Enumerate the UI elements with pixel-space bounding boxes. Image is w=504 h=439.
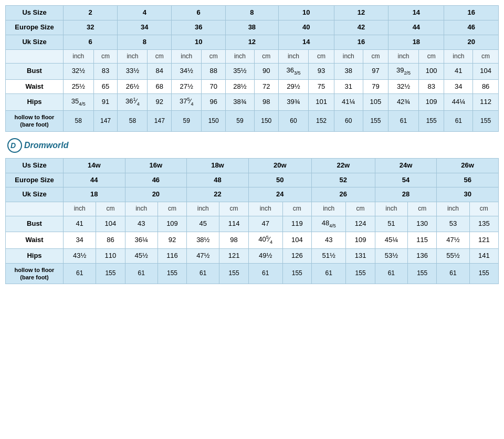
hips-2-cm: 92	[148, 94, 172, 111]
hips-label: Hips	[6, 94, 64, 111]
bust-7-inch: 392/5	[388, 64, 419, 79]
size-chart-standard: Us Size 2 4 6 8 10 12 14 16 Europe Size …	[5, 5, 499, 132]
t2-hollow-3-cm: 155	[219, 263, 248, 284]
t2-hips-4-cm: 126	[282, 248, 311, 263]
us-size-2: 2	[64, 6, 118, 20]
t2-bust-7-cm: 135	[469, 216, 498, 232]
europe-size-36: 36	[172, 20, 226, 35]
hollow-5-cm: 152	[309, 111, 334, 132]
t2-waist-4-inch: 405⁄4	[248, 232, 282, 249]
unit-inch-4: inch	[226, 49, 255, 64]
logo-area: D Dromworld	[7, 138, 499, 153]
t2-hollow-5-inch: 61	[311, 263, 345, 284]
t2-hips-3-cm: 121	[219, 248, 248, 263]
europe-size-32: 32	[64, 20, 118, 35]
bust-5-inch: 363/5	[278, 64, 309, 79]
t2-uk-size-row: Uk Size 18 20 22 24 26 28 30	[6, 187, 499, 202]
t2-waist-7-cm: 121	[469, 232, 498, 249]
t2-unit-cm-2: cm	[158, 202, 186, 216]
hips-1-cm: 91	[93, 94, 118, 111]
t2-europe-52: 52	[311, 173, 375, 187]
bust-2-cm: 84	[148, 64, 172, 79]
hollow-3-cm: 150	[202, 111, 226, 132]
waist-7-inch: 32½	[388, 79, 419, 94]
t2-waist-3-cm: 98	[219, 232, 248, 249]
hollow-6-cm: 155	[363, 111, 388, 132]
bust-4-cm: 90	[254, 64, 278, 79]
t2-unit-cm-6: cm	[408, 202, 437, 216]
europe-size-42: 42	[334, 20, 388, 35]
t2-unit-inch-7: inch	[437, 202, 469, 216]
t2-europe-54: 54	[375, 173, 437, 187]
unit-inch-1: inch	[64, 49, 94, 64]
t2-bust-4-cm: 119	[282, 216, 311, 232]
europe-size-46: 46	[444, 20, 499, 35]
t2-hollow-label: hollow to floor (bare foot)	[6, 263, 64, 284]
t2-us-size-22w: 22w	[311, 158, 375, 173]
hips-8-inch: 44¼	[444, 94, 473, 111]
hips-5-inch: 39¾	[278, 94, 309, 111]
unit-cm-1: cm	[93, 49, 118, 64]
unit-cm-7: cm	[418, 49, 444, 64]
europe-size-34: 34	[118, 20, 172, 35]
hips-5-cm: 101	[309, 94, 334, 111]
hips-7-cm: 109	[418, 94, 444, 111]
bust-6-inch: 38	[334, 64, 363, 79]
hollow-2-cm: 147	[148, 111, 172, 132]
bust-4-inch: 35½	[226, 64, 255, 79]
t2-unit-inch-6: inch	[375, 202, 407, 216]
hollow-1-inch: 58	[64, 111, 94, 132]
waist-3-cm: 70	[202, 79, 226, 94]
t2-us-size-26w: 26w	[437, 158, 499, 173]
unit-inch-5: inch	[278, 49, 309, 64]
t2-us-size-18w: 18w	[187, 158, 249, 173]
unit-empty	[6, 49, 64, 64]
t2-hips-label: Hips	[6, 248, 64, 263]
t2-uk-26: 26	[311, 187, 375, 202]
t2-hips-2-inch: 45½	[125, 248, 158, 263]
logo-text: Dromworld	[24, 141, 68, 150]
t2-bust-6-inch: 51	[375, 216, 407, 232]
t2-unit-row: inch cm inch cm inch cm inch cm inch cm …	[6, 202, 499, 216]
t2-unit-inch-4: inch	[248, 202, 282, 216]
unit-cm-8: cm	[473, 49, 499, 64]
hips-3-cm: 96	[202, 94, 226, 111]
t2-unit-cm-7: cm	[469, 202, 498, 216]
t2-hips-6-cm: 136	[408, 248, 437, 263]
uk-size-10: 10	[172, 35, 226, 49]
t2-europe-size-row: Europe Size 44 46 48 50 52 54 56	[6, 173, 499, 187]
unit-inch-7: inch	[388, 49, 419, 64]
t2-waist-7-inch: 47½	[437, 232, 469, 249]
unit-row: inch cm inch cm inch cm inch cm inch cm …	[6, 49, 499, 64]
hollow-6-inch: 60	[334, 111, 363, 132]
bust-8-inch: 41	[444, 64, 473, 79]
unit-cm-6: cm	[363, 49, 388, 64]
svg-text:D: D	[10, 141, 16, 150]
t2-bust-1-inch: 41	[64, 216, 96, 232]
waist-label: Waist	[6, 79, 64, 94]
bust-1-cm: 83	[93, 64, 118, 79]
t2-us-size-label: Us Size	[6, 158, 64, 173]
t2-europe-50: 50	[248, 173, 311, 187]
unit-inch-2: inch	[118, 49, 148, 64]
bust-row: Bust 32½ 83 33½ 84 34½ 88 35½ 90 363/5 9…	[6, 64, 499, 79]
europe-size-row: Europe Size 32 34 36 38 40 42 44 46	[6, 20, 499, 35]
uk-size-18: 18	[388, 35, 444, 49]
logo-icon: D	[7, 138, 22, 153]
hollow-label: hollow to floor (bare foot)	[6, 111, 64, 132]
hollow-1-cm: 147	[93, 111, 118, 132]
t2-bust-1-cm: 104	[96, 216, 125, 232]
t2-hollow-5-cm: 155	[346, 263, 375, 284]
t2-uk-size-label: Uk Size	[6, 187, 64, 202]
t2-europe-44: 44	[64, 173, 125, 187]
us-size-16: 16	[444, 6, 499, 20]
unit-cm-3: cm	[202, 49, 226, 64]
t2-waist-label: Waist	[6, 232, 64, 249]
t2-hollow-7-inch: 61	[437, 263, 469, 284]
waist-2-inch: 26½	[118, 79, 148, 94]
t2-bust-5-inch: 484/5	[311, 216, 345, 232]
waist-3-inch: 27½	[172, 79, 202, 94]
t2-unit-inch-1: inch	[64, 202, 96, 216]
us-size-row: Us Size 2 4 6 8 10 12 14 16	[6, 6, 499, 20]
hips-8-cm: 112	[473, 94, 499, 111]
